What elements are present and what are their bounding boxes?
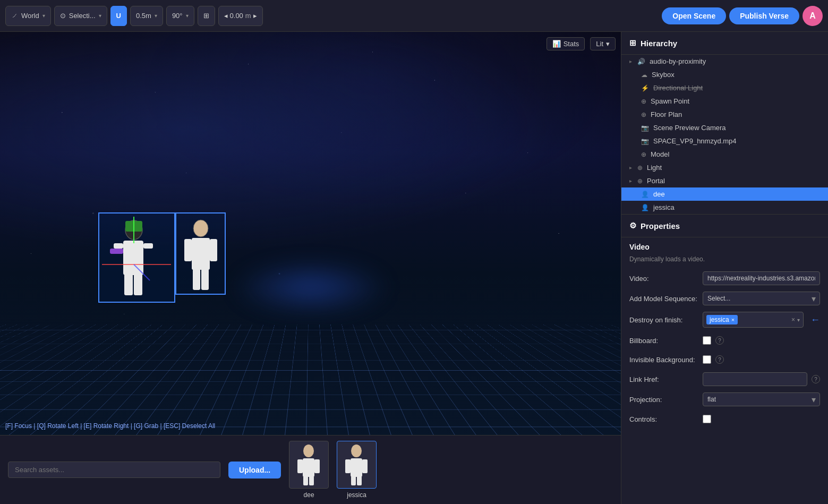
invisible-bg-checkbox[interactable] xyxy=(703,355,711,364)
snap-group[interactable]: 0.5m ▾ xyxy=(130,6,163,26)
hier-icon-dee: 👤 xyxy=(641,191,649,198)
svg-point-23 xyxy=(351,445,362,457)
character-jessica[interactable] xyxy=(177,217,225,296)
user-avatar-button[interactable]: A xyxy=(803,6,823,26)
hier-label-audio: audio-by-proximity xyxy=(650,57,706,65)
hier-label-light: Light xyxy=(647,164,662,172)
billboard-checkbox[interactable] xyxy=(703,336,711,345)
coord-right-icon[interactable]: ▸ xyxy=(253,12,257,20)
model-sequence-select[interactable]: Select... xyxy=(703,292,820,305)
hier-item-portal[interactable]: ▸ ⊕ Portal xyxy=(621,174,828,187)
stats-label: Stats xyxy=(564,40,579,48)
destroy-tag-clear-icon[interactable]: × xyxy=(791,316,795,323)
svg-rect-12 xyxy=(192,238,210,270)
hier-item-audio[interactable]: ▸ 🔊 audio-by-proximity xyxy=(621,55,828,68)
svg-rect-27 xyxy=(345,459,351,473)
hier-icon-scene-preview-camera: 📷 xyxy=(641,124,649,132)
link-href-input[interactable] xyxy=(703,372,807,386)
asset-thumb-jessica xyxy=(337,441,377,489)
coord-group[interactable]: ◂ 0.00 m ▸ xyxy=(218,6,263,26)
udesly-group[interactable]: U xyxy=(110,6,127,26)
svg-rect-6 xyxy=(124,274,133,295)
properties-title: Properties xyxy=(641,221,680,230)
hier-item-model[interactable]: ⊕ Model xyxy=(621,148,828,161)
prop-row-video: Video: xyxy=(621,268,828,288)
open-scene-button[interactable]: Open Scene xyxy=(662,7,726,24)
model-sequence-select-wrap: Select... xyxy=(703,292,820,305)
billboard-label: Billboard: xyxy=(629,337,698,345)
svg-rect-19 xyxy=(303,476,308,485)
destroy-arrow-indicator: ← xyxy=(810,314,820,326)
svg-rect-7 xyxy=(134,274,142,295)
hier-icon-audio: 🔊 xyxy=(637,58,645,65)
video-url-input[interactable] xyxy=(703,271,820,285)
jessica-figure xyxy=(177,217,225,296)
hierarchy-list: ▸ 🔊 audio-by-proximity ☁ Skybox ⚡ Direct… xyxy=(621,55,828,214)
destroy-tag-jessica-close-icon[interactable]: × xyxy=(731,317,735,323)
selection-group[interactable]: ⊙ Selecti... ▾ xyxy=(54,6,107,26)
world-label: World xyxy=(21,12,39,20)
transform-group[interactable]: ⟋ World ▾ xyxy=(5,6,51,26)
asset-thumb-dee xyxy=(289,441,329,489)
prop-row-model-sequence: Add Model Sequence: Select... xyxy=(621,288,828,309)
dee-figure xyxy=(102,217,171,304)
transform-icon: ⟋ xyxy=(11,12,18,20)
controls-checkbox[interactable] xyxy=(703,415,711,423)
hier-expand-light-icon: ▸ xyxy=(629,165,632,170)
assets-bar: Upload... dee xyxy=(0,435,621,504)
hier-item-floor-plan[interactable]: ⊕ Floor Plan xyxy=(621,108,828,121)
hier-item-skybox[interactable]: ☁ Skybox xyxy=(621,68,828,81)
svg-rect-5 xyxy=(110,249,123,254)
hier-item-spawn-point[interactable]: ⊕ Spawn Point xyxy=(621,95,828,108)
grid-group[interactable]: ⊞ xyxy=(198,6,215,26)
svg-rect-26 xyxy=(357,476,362,485)
grid-floor xyxy=(0,213,621,435)
angle-group[interactable]: 90° ▾ xyxy=(166,6,194,26)
destroy-on-finish-tag-input[interactable]: jessica × × ▾ xyxy=(703,312,804,328)
svg-rect-4 xyxy=(143,243,153,249)
hier-item-scene-preview-camera[interactable]: 📷 Scene Preview Camera xyxy=(621,121,828,134)
lit-arrow-icon: ▾ xyxy=(606,40,610,48)
character-dee[interactable] xyxy=(102,217,171,304)
search-assets-input[interactable] xyxy=(8,462,220,478)
hier-item-light[interactable]: ▸ ⊕ Light xyxy=(621,161,828,174)
hier-label-space-vp9: SPACE_VP9_hnmzyd.mp4 xyxy=(653,137,737,145)
hier-icon-light: ⊕ xyxy=(637,164,643,172)
projection-select-wrap: flat xyxy=(703,392,820,406)
properties-icon: ⚙ xyxy=(629,221,636,230)
prop-row-link-href: Link Href: ? xyxy=(621,369,828,389)
prop-row-projection: Projection: flat xyxy=(621,389,828,409)
link-href-wrap xyxy=(703,372,807,386)
asset-label-dee: dee xyxy=(304,491,314,499)
hier-icon-skybox: ☁ xyxy=(641,71,647,79)
asset-item-jessica[interactable]: jessica xyxy=(337,441,377,499)
lit-button[interactable]: Lit ▾ xyxy=(590,37,616,50)
asset-item-dee[interactable]: dee xyxy=(289,441,329,499)
svg-rect-18 xyxy=(303,458,314,477)
svg-rect-3 xyxy=(114,243,123,249)
link-href-info-icon[interactable]: ? xyxy=(812,375,820,383)
hier-item-directional-light[interactable]: ⚡ Directional Light xyxy=(621,81,828,95)
selection-icon: ⊙ xyxy=(60,12,66,20)
hier-label-spawn-point: Spawn Point xyxy=(651,97,689,105)
viewport[interactable]: 📊 Stats Lit ▾ [F] Focus | [Q] Rotate Lef… xyxy=(0,32,621,435)
video-description: Dynamically loads a video. xyxy=(621,254,828,268)
invisible-bg-info-icon[interactable]: ? xyxy=(715,355,724,364)
hier-item-jessica[interactable]: 👤 jessica xyxy=(621,201,828,214)
stats-button[interactable]: 📊 Stats xyxy=(547,37,585,50)
asset-label-jessica: jessica xyxy=(347,491,366,499)
angle-arrow-icon: ▾ xyxy=(186,13,189,19)
upload-button[interactable]: Upload... xyxy=(228,462,281,479)
svg-rect-21 xyxy=(297,459,303,473)
projection-select[interactable]: flat xyxy=(703,392,820,406)
billboard-info-icon[interactable]: ? xyxy=(715,336,724,345)
destroy-tag-dropdown-icon[interactable]: ▾ xyxy=(797,317,800,323)
add-model-sequence-label: Add Model Sequence: xyxy=(629,295,698,303)
coord-left-icon[interactable]: ◂ xyxy=(224,12,228,20)
video-input-wrap xyxy=(703,271,820,285)
svg-rect-28 xyxy=(362,459,368,473)
properties-header: ⚙ Properties xyxy=(621,214,828,237)
publish-verse-button[interactable]: Publish Verse xyxy=(729,7,799,24)
hier-item-space-vp9[interactable]: 📷 SPACE_VP9_hnmzyd.mp4 xyxy=(621,134,828,148)
hier-item-dee[interactable]: 👤 dee xyxy=(621,187,828,201)
